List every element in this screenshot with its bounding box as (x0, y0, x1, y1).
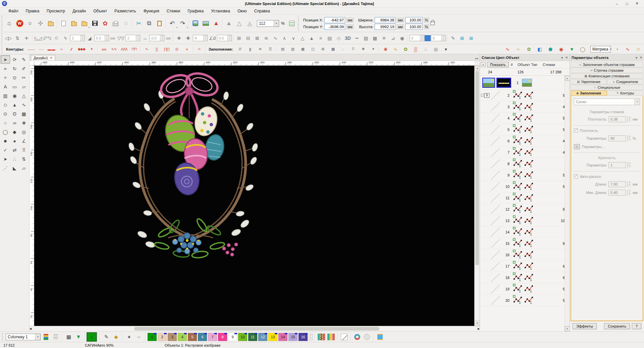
copies-spinner[interactable]: 2▴▾ (70, 35, 85, 41)
tab-rhinestone-run[interactable]: ∞Строчка стразами (571, 68, 643, 73)
save-button[interactable]: Сохранить (604, 323, 630, 329)
object-node-icon[interactable]: 1 (513, 181, 523, 192)
param1-spinner[interactable]: 0▴▾ (410, 35, 424, 41)
thread-chip-1[interactable]: 1 (148, 333, 157, 341)
outline-cut-icon[interactable]: ⊟ (244, 34, 253, 43)
burst-icon[interactable]: ✳ (380, 34, 388, 43)
new-design-icon[interactable] (58, 18, 69, 29)
menu-функция[interactable]: Функция (140, 8, 163, 14)
outline-cross-icon[interactable]: ⊠ (253, 34, 262, 43)
properties-list-icon[interactable] (287, 18, 297, 29)
list-scroll-up-icon[interactable]: ▴ (565, 76, 570, 81)
box-fill-icon[interactable]: ⊞ (318, 46, 328, 53)
thread-color-cell[interactable] (490, 296, 501, 305)
palette-scroll-spinner[interactable]: ▴▾ (309, 334, 313, 340)
skew-right-icon[interactable]: ◸◹ (43, 34, 52, 43)
globe-icon[interactable]: ◔ (612, 46, 622, 53)
colorway-select[interactable]: Colorway 1 ▾ (6, 334, 41, 340)
thread-chip-6[interactable]: 6 (198, 333, 207, 341)
home-icon[interactable]: ⌂ (4, 18, 14, 29)
curve-red-icon[interactable]: ∿ (623, 46, 633, 53)
list-item[interactable]: 16 1 1 0 (480, 249, 570, 261)
leaf-icon[interactable]: ✿ (524, 46, 534, 53)
object-node-icon[interactable]: 1 (524, 227, 534, 237)
envelope-icon[interactable]: ⬦ (52, 34, 61, 43)
arrow-tool[interactable]: ➤ (1, 155, 10, 163)
list-item[interactable]: 20 1 1 51 (480, 295, 570, 306)
object-node-icon[interactable]: 1 (513, 238, 523, 249)
tatami-icon[interactable]: ▤ (277, 46, 287, 53)
scribble-gold-icon[interactable]: ≈ (513, 46, 523, 53)
mesh-icon[interactable]: ⊞ (458, 34, 467, 43)
object-node-icon[interactable]: 1 (524, 215, 534, 226)
tab-fills[interactable]: ◆Заполнения (571, 90, 607, 96)
help-button[interactable]: ? (632, 323, 641, 329)
menu-стежки[interactable]: Стежки (163, 8, 184, 14)
list-item[interactable]: −9 2 1 1 55 (480, 90, 570, 101)
dots-tool[interactable]: ∴ (10, 155, 19, 163)
object-node-icon[interactable]: 1 (513, 90, 523, 100)
angle-spinner[interactable]: 0.0▴▾ (217, 35, 232, 41)
swatch-tool[interactable]: ■ (1, 137, 10, 145)
list-scrollbar[interactable]: ▴ ▾ (565, 76, 570, 331)
pencil-tool[interactable]: ✎ (19, 55, 29, 64)
menu-разместить[interactable]: Разместить (111, 8, 140, 14)
close-panel-icon[interactable]: ✕ (565, 56, 568, 59)
density-spinner[interactable]: ▴▾ (627, 116, 631, 122)
grid-stitch-icon[interactable]: ◬ (245, 18, 255, 29)
vertical-scrollbar[interactable]: ▴ ▾ (474, 66, 480, 326)
object-node-icon[interactable]: 1 (524, 204, 534, 214)
dense-fill-icon[interactable]: ▩ (328, 46, 338, 53)
corner-shape-tool[interactable]: ◣ (10, 164, 19, 172)
tab-special[interactable]: ☆Специальные (571, 85, 643, 90)
thread-color-cell[interactable] (490, 91, 501, 100)
object-node-icon[interactable]: 1 (513, 136, 523, 146)
thread-color-cell[interactable] (490, 194, 501, 202)
thread-chart-icon[interactable] (42, 333, 50, 341)
thread-chip-14[interactable]: 14 (278, 333, 287, 341)
stitch-bird-icon[interactable]: ✣ (35, 18, 46, 29)
thread-chip-10[interactable]: 10 (238, 333, 247, 341)
stipple-fill-icon[interactable]: ⠿ (348, 46, 358, 53)
triple-skew-icon[interactable]: ▽▽ (116, 34, 125, 43)
contour-fill-icon[interactable]: ◌ (338, 46, 348, 53)
mirror-vertical-icon[interactable]: ⇅ (13, 34, 22, 43)
satin-fill-icon[interactable]: ⫽⫽ (235, 46, 245, 53)
select-tool[interactable]: ➤ (1, 55, 10, 64)
list-item[interactable]: 13 1 1 106 (480, 215, 570, 226)
rows-fill-icon[interactable]: ☰ (265, 46, 275, 53)
pick-color-icon[interactable]: ✎ (102, 333, 111, 341)
remove-color-icon[interactable]: – (135, 333, 143, 341)
mult-spinner[interactable]: ▴▾ (627, 162, 631, 168)
width-percent-input[interactable] (405, 17, 423, 23)
height-input[interactable] (375, 24, 395, 30)
object-node-icon[interactable]: 1 (513, 261, 523, 271)
object-node-icon[interactable]: 1 (513, 295, 523, 305)
hoop-image-icon[interactable] (190, 18, 201, 29)
arc-icon[interactable]: ∿ (271, 34, 280, 43)
object-node-icon[interactable]: 1 (513, 284, 523, 294)
thread-color-cell[interactable] (490, 137, 501, 145)
palette-icon[interactable]: ◧ (535, 46, 545, 53)
fill-type-select[interactable]: Сатин ▾ (574, 98, 640, 105)
thread-bars2-icon[interactable] (327, 333, 335, 341)
active-thread-chip[interactable]: 1 (87, 333, 96, 341)
menu-окно[interactable]: Окно (234, 8, 251, 14)
scroll-down-icon[interactable]: ▾ (475, 321, 480, 326)
thread-chip-7[interactable]: 7 (208, 333, 217, 341)
save-design-icon[interactable] (90, 18, 100, 29)
spiral-fill-icon[interactable]: ✦ (368, 46, 378, 53)
object-node-icon[interactable]: 1 (513, 158, 523, 169)
length-input[interactable]: 7.00 (608, 181, 626, 187)
pos-y-input[interactable] (324, 24, 345, 30)
list-item[interactable]: 15 1 1 84 (480, 238, 570, 249)
zigzag-icon[interactable]: ≈ (56, 46, 66, 53)
pos-x-input[interactable] (324, 17, 345, 23)
minimize-button[interactable]: – (612, 1, 622, 7)
open-design-icon[interactable] (69, 18, 79, 29)
object-node-icon[interactable]: 1 (524, 238, 534, 249)
zoom-tool[interactable]: ⊙ (10, 73, 19, 82)
thread-color-cell[interactable] (490, 251, 501, 259)
density-checkbox[interactable] (574, 129, 578, 133)
object-node-icon[interactable]: 1 (524, 101, 534, 112)
